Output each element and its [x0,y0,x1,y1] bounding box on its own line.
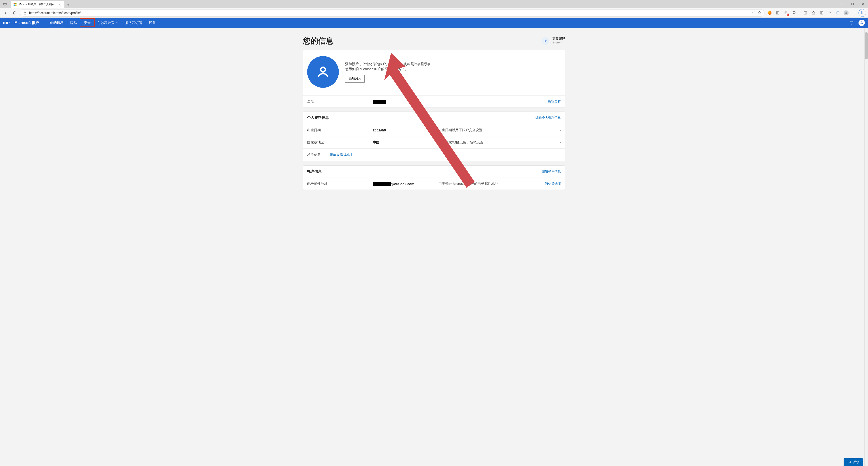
key-icon [541,37,549,45]
email-label: 电子邮件地址 [307,182,373,186]
email-value: @outlook.com [373,182,438,186]
collections-icon[interactable] [774,9,782,17]
browser-tab-active[interactable]: Microsoft 帐户 | 你的个人档案 ✕ [11,1,64,8]
page-title: 您的信息 [303,37,334,45]
browser-toolbar: A)) ⋯ b [0,8,868,18]
related-info-label: 相关信息 [307,153,330,157]
personal-info-card: 个人资料信息 编辑个人资料信息 出生日期 2002/8/9 出生日期以用于帐户安… [303,112,565,161]
more-menu-button[interactable]: ⋯ [850,9,858,17]
extensions-puzzle-icon[interactable] [790,9,798,17]
ie-mode-icon[interactable] [834,9,842,17]
nav-item-devices[interactable]: 设备 [148,18,157,28]
scrollbar[interactable] [864,28,868,466]
avatar-icon [844,10,848,16]
change-password-title: 更改密码 [553,37,565,41]
read-aloud-icon[interactable]: A)) [752,11,755,15]
tab-actions-button[interactable] [0,0,10,8]
redacted-block [373,182,391,186]
personal-info-title: 个人资料信息 [307,115,329,120]
profile-photo-desc: 添加照片，个性化你的账户。 你的个人资料照片会显示在使用你的 Microsoft… [345,61,431,72]
country-value: 中国 [373,140,438,145]
email-hint: 用于登录 Microsoft 帐户的电子邮件地址 [438,182,534,186]
account-info-title: 帐户信息 [307,169,322,174]
country-label: 国家或地区 [307,140,373,145]
tab-close-icon[interactable]: ✕ [59,3,61,6]
svg-rect-7 [785,13,786,14]
extension-bar: ⋯ b [766,9,866,17]
window-controls: ─ ✕ [837,0,868,8]
app-launcher-icon[interactable] [3,22,9,24]
dob-label: 出生日期 [307,128,373,132]
profile-avatar-button[interactable] [842,9,850,17]
url-input[interactable] [29,11,749,15]
communication-prefs-link[interactable]: 通信首选项 [534,182,561,186]
favorite-star-icon[interactable] [757,11,762,15]
svg-point-12 [846,12,847,13]
help-icon[interactable] [849,21,854,25]
new-tab-button[interactable]: ＋ [64,1,72,8]
redacted-block [373,100,386,104]
nav-refresh-button[interactable] [11,9,19,17]
svg-rect-1 [851,3,854,5]
svg-rect-6 [786,11,787,13]
country-hint: 你的国家/地区已用于隐私设置 [438,140,553,145]
window-minimize-button[interactable]: ─ [837,0,847,8]
edit-name-link[interactable]: 编辑名称 [534,99,561,104]
edit-account-info-link[interactable]: 编辑帐户信息 [542,170,561,174]
profile-card: 添加照片，个性化你的账户。 你的个人资料照片会显示在使用你的 Microsoft… [303,50,565,108]
change-password-sub: 安全性 [553,41,561,45]
nav-item-services-subscriptions[interactable]: 服务和订阅 [124,18,143,28]
svg-point-17 [321,67,326,72]
fullname-value [373,99,534,104]
nav-separator [44,21,44,25]
fullname-label: 全名 [307,99,373,104]
nav-item-privacy[interactable]: 隐私 [69,18,78,28]
extension-badge-icon[interactable] [782,9,790,17]
billing-shipping-link[interactable]: 帐单 & 送货地址 [330,153,561,157]
feedback-button[interactable]: 反馈 [844,458,863,466]
change-password-shortcut[interactable]: 更改密码 安全性 [541,37,565,45]
dob-value: 2002/8/9 [373,128,438,132]
dob-hint: 出生日期以用于帐户安全设置 [438,128,553,132]
toolbar-divider [798,9,801,17]
bing-chat-button[interactable]: b [859,9,866,17]
svg-rect-8 [786,13,787,14]
svg-point-15 [861,22,862,23]
favorites-bar-star-icon[interactable] [810,9,817,17]
tab-title: Microsoft 帐户 | 你的个人档案 [19,2,55,6]
account-avatar-icon[interactable] [859,20,865,26]
address-bar[interactable]: A)) [20,9,765,17]
svg-rect-9 [804,11,807,14]
ms-account-nav: Microsoft 帐户 你的信息 隐私 安全 付款和计费 服务和订阅 设备 [0,18,868,28]
window-close-button[interactable]: ✕ [858,0,868,8]
svg-rect-3 [776,11,778,14]
scrollbar-thumb[interactable] [865,32,868,59]
page-content: 您的信息 更改密码 安全性 添加照片，个性化你的账户。 你的个人资料照片 [303,28,565,203]
window-maximize-button[interactable] [847,0,858,8]
collections-plus-icon[interactable] [818,9,826,17]
svg-rect-2 [24,13,26,14]
chevron-right-icon[interactable]: › [553,140,561,145]
lock-icon [23,11,27,15]
extension-firefox-icon[interactable] [766,9,774,17]
nav-back-button[interactable] [2,9,9,17]
nav-item-your-info[interactable]: 你的信息 [49,18,64,28]
chevron-right-icon[interactable]: › [553,128,561,133]
downloads-icon[interactable] [826,9,834,17]
svg-rect-4 [778,11,779,14]
nav-item-security[interactable]: 安全 [83,18,92,28]
nav-item-payment-billing[interactable]: 付款和计费 [96,18,119,28]
svg-rect-5 [785,11,786,13]
sidebar-split-icon[interactable] [802,9,809,17]
profile-avatar-placeholder [307,56,339,88]
add-photo-button[interactable]: 添加照片 [345,75,365,83]
account-info-card: 帐户信息 编辑帐户信息 电子邮件地址 @outlook.com 用于登录 Mic… [303,165,565,190]
brand-label[interactable]: Microsoft 帐户 [14,21,39,25]
edit-personal-info-link[interactable]: 编辑个人资料信息 [535,116,561,120]
feedback-label: 反馈 [853,460,860,464]
browser-tabstrip: Microsoft 帐户 | 你的个人档案 ✕ ＋ ─ ✕ [0,0,868,8]
svg-rect-0 [4,3,6,5]
page-scroll-area[interactable]: 您的信息 更改密码 安全性 添加照片，个性化你的账户。 你的个人资料照片 [0,28,868,466]
favicon-microsoft-icon [13,3,17,6]
